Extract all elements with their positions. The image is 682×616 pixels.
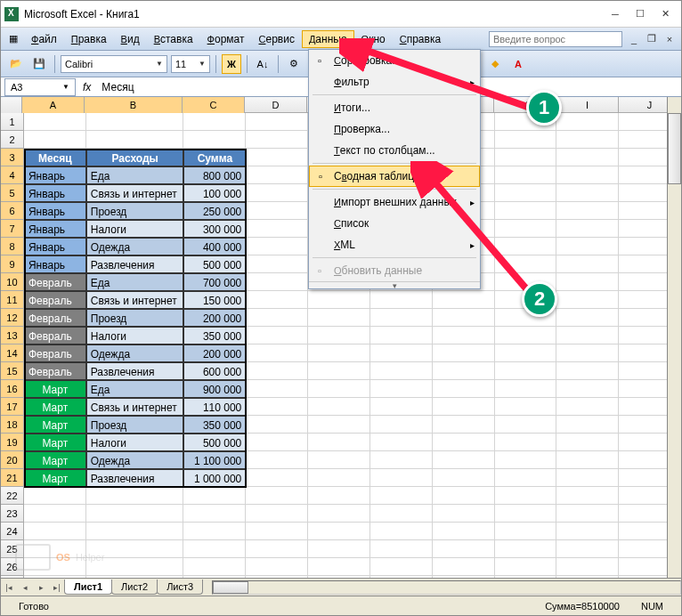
cell-empty[interactable]: [308, 523, 370, 540]
menu-формат[interactable]: Формат: [200, 30, 252, 48]
cell-empty[interactable]: [370, 291, 433, 309]
cell-empty[interactable]: [183, 523, 246, 540]
doc-restore-button[interactable]: ❐: [644, 32, 660, 46]
cell-month[interactable]: Март: [24, 451, 86, 469]
cell-empty[interactable]: [495, 451, 557, 469]
menu-item-текстпостолбцам[interactable]: Текст по столбцам...: [309, 140, 480, 161]
row-header[interactable]: 4: [1, 166, 24, 184]
cell-empty[interactable]: [246, 380, 308, 398]
bold-button[interactable]: Ж: [222, 54, 241, 74]
cell-empty[interactable]: [183, 131, 246, 149]
cell-empty[interactable]: [183, 113, 246, 131]
cell-empty[interactable]: [556, 416, 619, 434]
cell-sum[interactable]: 200 000: [183, 344, 246, 362]
cell-expense[interactable]: Одежда: [86, 238, 184, 255]
cell-expense[interactable]: Налоги: [86, 220, 184, 238]
row-header[interactable]: 14: [1, 344, 24, 362]
cell-empty[interactable]: [433, 523, 495, 540]
cell-empty[interactable]: [556, 451, 619, 469]
cell-empty[interactable]: [433, 434, 495, 451]
cell-month[interactable]: Февраль: [24, 309, 86, 327]
cell-sum[interactable]: 150 000: [183, 291, 246, 309]
cell-expense[interactable]: Еда: [86, 166, 184, 184]
cell-empty[interactable]: [246, 451, 308, 469]
cell-empty[interactable]: [433, 505, 495, 523]
cell-empty[interactable]: [308, 540, 370, 558]
cell-empty[interactable]: [370, 380, 433, 398]
cell-empty[interactable]: [433, 327, 495, 344]
cell-empty[interactable]: [246, 469, 308, 487]
col-header-A[interactable]: A: [22, 97, 85, 113]
cell-empty[interactable]: [370, 434, 433, 451]
menu-вид[interactable]: Вид: [114, 30, 147, 48]
cell-empty[interactable]: [246, 149, 308, 166]
cell-empty[interactable]: [183, 505, 246, 523]
tab-first-button[interactable]: |◂: [1, 580, 17, 596]
cell-expense[interactable]: Развлечения: [86, 362, 184, 380]
cell-empty[interactable]: [246, 344, 308, 362]
cell-empty[interactable]: [246, 416, 308, 434]
col-header-D[interactable]: D: [245, 97, 307, 113]
minimize-button[interactable]: ─: [603, 5, 628, 23]
menu-expand-chevron-icon[interactable]: ▾: [309, 281, 480, 288]
cell-empty[interactable]: [370, 327, 433, 344]
cell-empty[interactable]: [556, 540, 619, 558]
cell-empty[interactable]: [433, 451, 495, 469]
menu-item-xml[interactable]: XML▸: [309, 234, 480, 255]
cell-empty[interactable]: [556, 238, 619, 255]
cell-expense[interactable]: Проезд: [86, 309, 184, 327]
table-header-cell[interactable]: Месяц: [24, 149, 86, 166]
tab-last-button[interactable]: ▸|: [49, 580, 65, 596]
cell-empty[interactable]: [246, 184, 308, 202]
cell-empty[interactable]: [370, 362, 433, 380]
cell-empty[interactable]: [370, 505, 433, 523]
cell-empty[interactable]: [556, 202, 619, 220]
row-header[interactable]: 9: [1, 255, 24, 273]
cell-empty[interactable]: [556, 131, 619, 149]
maximize-button[interactable]: ☐: [628, 5, 653, 23]
cell-empty[interactable]: [556, 344, 619, 362]
row-header[interactable]: 7: [1, 220, 24, 238]
row-header[interactable]: 13: [1, 327, 24, 344]
cell-empty[interactable]: [495, 149, 557, 166]
cell-expense[interactable]: Развлечения: [86, 255, 184, 273]
cell-empty[interactable]: [556, 523, 619, 540]
sheet-tab-Лист3[interactable]: Лист3: [157, 580, 203, 595]
cell-expense[interactable]: Еда: [86, 380, 184, 398]
cell-empty[interactable]: [495, 344, 557, 362]
menu-item-итоги[interactable]: Итоги...: [309, 97, 480, 118]
row-header[interactable]: 12: [1, 309, 24, 327]
row-header[interactable]: 15: [1, 362, 24, 380]
cell-expense[interactable]: Связь и интернет: [86, 291, 184, 309]
cell-month[interactable]: Январь: [24, 202, 86, 220]
row-header[interactable]: 21: [1, 469, 24, 487]
cell-empty[interactable]: [495, 505, 557, 523]
cell-empty[interactable]: [556, 113, 619, 131]
row-header[interactable]: 20: [1, 451, 24, 469]
cell-sum[interactable]: 500 000: [183, 255, 246, 273]
cell-empty[interactable]: [495, 487, 557, 505]
cell-empty[interactable]: [495, 255, 557, 273]
cell-sum[interactable]: 200 000: [183, 309, 246, 327]
cell-expense[interactable]: Одежда: [86, 344, 184, 362]
scrollbar-thumb[interactable]: [213, 581, 248, 594]
menu-item-своднаятаблица[interactable]: ▫Сводная таблица...: [309, 166, 480, 187]
name-box[interactable]: A3▼: [4, 78, 76, 96]
cell-empty[interactable]: [495, 166, 557, 184]
menu-сервис[interactable]: Сервис: [252, 30, 302, 48]
cell-sum[interactable]: 350 000: [183, 416, 246, 434]
cell-empty[interactable]: [433, 344, 495, 362]
cell-empty[interactable]: [308, 469, 370, 487]
sheet-tab-Лист2[interactable]: Лист2: [111, 580, 158, 595]
cell-empty[interactable]: [433, 487, 495, 505]
cell-month[interactable]: Март: [24, 398, 86, 416]
cell-empty[interactable]: [433, 398, 495, 416]
cell-empty[interactable]: [308, 380, 370, 398]
cell-empty[interactable]: [246, 540, 308, 558]
row-header[interactable]: 17: [1, 398, 24, 416]
cell-expense[interactable]: Проезд: [86, 416, 184, 434]
cell-empty[interactable]: [370, 558, 433, 576]
menu-данные[interactable]: Данные: [302, 30, 354, 48]
sort-asc-button[interactable]: А↓: [253, 54, 272, 74]
font-color-button[interactable]: A: [508, 54, 528, 74]
